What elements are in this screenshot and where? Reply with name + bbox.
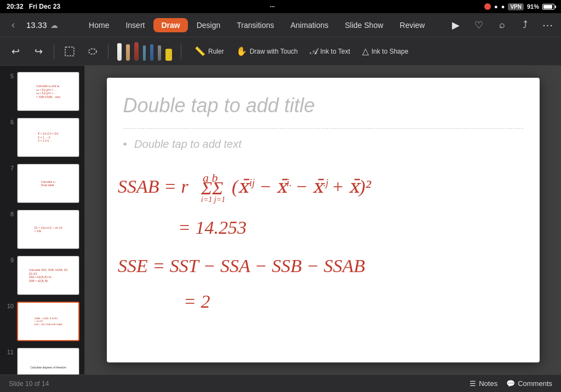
svg-text:+ x̄)²: + x̄)²	[331, 176, 371, 197]
tab-draw[interactable]: Draw	[153, 18, 187, 32]
separator-1	[54, 44, 54, 59]
slide-10-content: SSAB = rΣΣ(x̄ᵢⱼ-x̄ᵢ-x̄ⱼ+x̄)² = 14.253 SS…	[33, 316, 64, 327]
pen-white-tool[interactable]	[116, 42, 123, 62]
pen-pencil-tool[interactable]	[125, 43, 131, 62]
ink-to-shape-button[interactable]: △ Ink to Shape	[358, 43, 413, 59]
slide-preview-8: ΣΣ = 1/(n+v)·Σ – c/v·14 = 14b	[17, 210, 79, 249]
slide-preview-11: Calculate degrees of freedom	[17, 348, 79, 374]
slide-thumb-6[interactable]: 6 x̄ = 1/n·Σ·0 = Σ/n Σ = 1 → 0 Σ = 1 0 0…	[3, 116, 81, 159]
highlighter-tool[interactable]	[164, 48, 173, 62]
pen-red-tool[interactable]	[133, 41, 140, 62]
pen-blue-tool[interactable]	[149, 43, 154, 62]
ink-to-text-label: Ink to Text	[320, 48, 350, 55]
svg-text:− x̄: − x̄	[295, 176, 325, 197]
svg-text:ij: ij	[249, 177, 255, 188]
svg-text:= 2: = 2	[184, 291, 210, 312]
slide-11-content: Calculate degrees of freedom	[29, 365, 67, 371]
tab-slideshow[interactable]: Slide Show	[337, 18, 391, 32]
back-button[interactable]: ‹	[4, 16, 22, 34]
slide-title-placeholder[interactable]: Double tap to add title	[123, 94, 523, 129]
slide-thumb-9[interactable]: 9 Calculate SSA, SSB, SSAB, SS ΣΣ+ΣΣ SSA…	[3, 254, 81, 297]
menu-bar: ‹ 13.33 ☁ Home Insert Draw Design Transi…	[0, 13, 561, 37]
search-button[interactable]: ⌕	[493, 16, 511, 34]
slide-thumb-10[interactable]: 10 SSAB = rΣΣ(x̄ᵢⱼ-x̄ᵢ-x̄ⱼ+x̄)² = 14.253…	[3, 300, 81, 343]
bottom-bar: Slide 10 of 14 ☰ Notes 💬 Comments	[0, 374, 561, 392]
battery-icon	[542, 4, 554, 10]
comments-icon: 💬	[506, 379, 515, 388]
svg-point-1	[89, 49, 96, 54]
pen-tools	[116, 41, 173, 62]
record-indicator	[484, 3, 491, 10]
tab-home[interactable]: Home	[81, 18, 117, 32]
ink-to-shape-label: Ink to Shape	[371, 48, 408, 55]
wifi-icon: ●	[494, 3, 498, 10]
draw-with-touch-label: Draw with Touch	[250, 48, 298, 55]
svg-text:.j: .j	[323, 177, 329, 188]
slide-panel[interactable]: 5 Calculate x₁ and x₂ x₁ = Σ(xᵢⱼ)/rn = ……	[0, 66, 85, 374]
status-bar: 20:32 Fri Dec 23 ··· ● ● VPN 91%	[0, 0, 561, 13]
ink-shape-icon: △	[362, 46, 369, 56]
bottom-actions: ☰ Notes 💬 Comments	[470, 379, 552, 388]
more-options-button[interactable]: ···	[539, 16, 557, 34]
slide-info: Slide 10 of 14	[9, 380, 49, 388]
slide-body-placeholder[interactable]: Double tap to add text	[123, 138, 523, 151]
tab-transitions[interactable]: Transitions	[229, 18, 282, 32]
tab-review[interactable]: Review	[392, 18, 433, 32]
draw-with-touch-button[interactable]: ✋ Draw with Touch	[232, 43, 302, 59]
ruler-icon: 📏	[194, 46, 205, 56]
doc-title: 13.33	[26, 20, 47, 30]
lasso-button[interactable]	[83, 42, 102, 61]
notes-label: Notes	[479, 379, 497, 388]
comments-icon[interactable]: ♡	[470, 16, 488, 34]
svg-text:i=1 j=1: i=1 j=1	[201, 195, 225, 204]
comments-label: Comments	[518, 379, 552, 388]
comments-button[interactable]: 💬 Comments	[506, 379, 552, 388]
svg-text:i.: i.	[287, 177, 292, 188]
tab-insert[interactable]: Insert	[118, 18, 152, 32]
draw-extra-tools: 📏 Ruler ✋ Draw with Touch 𝒜 Ink to Text …	[190, 43, 413, 59]
ellipsis-indicator: ···	[270, 3, 275, 10]
slide-num-7: 7	[5, 164, 14, 171]
pen-grey-tool[interactable]	[157, 44, 162, 62]
redo-button[interactable]: ↪	[28, 42, 48, 61]
battery-percent: 91%	[527, 3, 539, 10]
slide-7-content: Calculate x₀ Draw table	[40, 179, 57, 188]
slide-thumb-11[interactable]: 11 Calculate degrees of freedom	[3, 346, 81, 374]
slide-canvas[interactable]: Double tap to add title Double tap to ad…	[107, 78, 540, 362]
ruler-button[interactable]: 📏 Ruler	[190, 43, 228, 59]
tab-animations[interactable]: Animations	[283, 18, 336, 32]
tab-design[interactable]: Design	[189, 18, 228, 32]
touch-icon: ✋	[236, 46, 247, 56]
selection-box-button[interactable]	[60, 42, 79, 61]
slide-thumb-7[interactable]: 7 Calculate x₀ Draw table	[3, 162, 81, 205]
share-button[interactable]: ⤴	[516, 16, 534, 34]
slide-num-6: 6	[5, 118, 14, 125]
doc-title-area: 13.33 ☁	[26, 20, 58, 30]
svg-text:= 14.253: = 14.253	[178, 217, 247, 238]
separator-2	[108, 44, 108, 59]
draw-toolbar: ↩ ↪	[0, 37, 561, 66]
svg-text:(x̄: (x̄	[232, 176, 250, 197]
slide-5-content: Calculate x₁ and x₂ x₁ = Σ(xᵢⱼ)/rn = … x…	[35, 83, 61, 100]
vpn-badge: VPN	[508, 3, 524, 10]
notes-icon: ☰	[470, 379, 476, 388]
notes-button[interactable]: ☰ Notes	[470, 379, 497, 388]
slide-preview-6: x̄ = 1/n·Σ·0 = Σ/n Σ = 1 → 0 Σ = 1 0 0 …	[17, 118, 79, 157]
slide-preview-7: Calculate x₀ Draw table	[17, 164, 79, 203]
menu-tabs: Home Insert Draw Design Transitions Anim…	[69, 18, 445, 32]
pen-blue-thin-tool[interactable]	[142, 44, 147, 62]
slide-thumb-8[interactable]: 8 ΣΣ = 1/(n+v)·Σ – c/v·14 = 14b	[3, 208, 81, 251]
play-button[interactable]: ▶	[447, 16, 465, 34]
slide-preview-9: Calculate SSA, SSB, SSAB, SS ΣΣ+ΣΣ SSA =…	[17, 256, 79, 295]
ruler-label: Ruler	[208, 48, 224, 55]
canvas-area[interactable]: Double tap to add title Double tap to ad…	[85, 66, 561, 374]
ink-text-icon: 𝒜	[310, 47, 318, 56]
cloud-sync-icon: ☁	[50, 21, 58, 30]
slide-6-content: x̄ = 1/n·Σ·0 = Σ/n Σ = 1 → 0 Σ = 1 0 0 …	[37, 131, 59, 144]
undo-button[interactable]: ↩	[5, 42, 25, 61]
svg-text:SSAB = r: SSAB = r	[118, 176, 188, 197]
slide-thumb-5[interactable]: 5 Calculate x₁ and x₂ x₁ = Σ(xᵢⱼ)/rn = ……	[3, 70, 81, 113]
slide-num-9: 9	[5, 256, 14, 263]
ink-to-text-button[interactable]: 𝒜 Ink to Text	[306, 44, 354, 59]
menu-right-actions: ▶ ♡ ⌕ ⤴ ···	[447, 16, 557, 34]
